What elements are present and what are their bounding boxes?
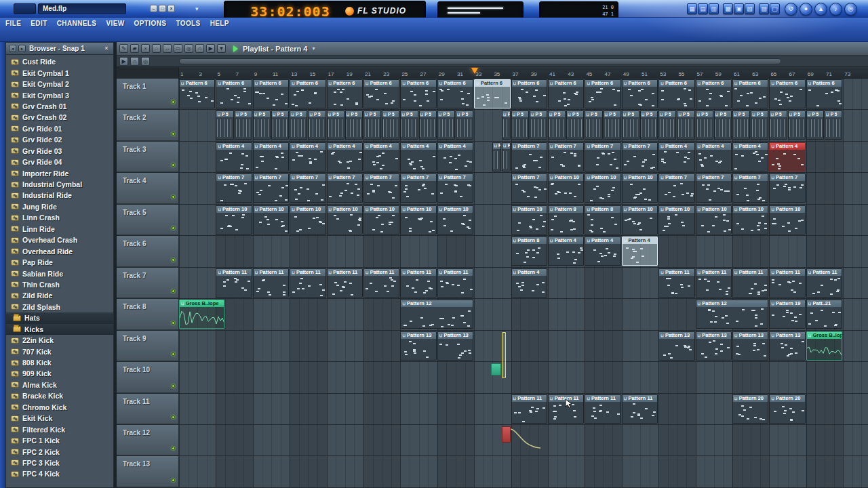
track-mute-led[interactable] xyxy=(172,226,175,230)
pattern-clip[interactable]: ⊔Pattern 7 xyxy=(511,142,547,171)
pattern-clip[interactable]: ⊔Pattern 11 xyxy=(253,268,289,298)
browser-sample-item[interactable]: ∿Overhead Crash xyxy=(6,235,113,245)
pattern-clip[interactable]: ⊔Pattern 13 xyxy=(658,331,694,361)
track-mute-led[interactable] xyxy=(172,132,175,136)
p5-clip[interactable]: ⊔P 5 xyxy=(235,110,252,140)
pattern-clip[interactable]: ⊔Pattern 10 xyxy=(216,205,252,235)
close-icon[interactable]: × xyxy=(167,5,175,12)
pattern-clip[interactable]: ⊔Pattern 10 xyxy=(253,205,289,235)
pattern-clip[interactable]: ⊔Pattern 6 xyxy=(585,79,620,108)
track-lane[interactable]: ⊔Pattern 6⊔Pattern 6⊔Pattern 6⊔Pattern 6… xyxy=(179,79,868,109)
p5-clip[interactable]: ⊔P 5 xyxy=(751,110,768,140)
typing-keyboard-icon[interactable]: ♪ xyxy=(829,3,842,16)
pattern-clip[interactable]: ⊔Pattern 13 xyxy=(769,331,805,361)
metronome-icon[interactable]: ▲ xyxy=(814,3,827,16)
project-icon[interactable]: ▧ xyxy=(745,3,755,14)
browser-sample-item[interactable]: ∿Ekit Cymbal 1 xyxy=(6,67,113,78)
search-icon[interactable]: ◎ xyxy=(844,3,857,16)
browser-sample-item[interactable]: ∿FPC 1 Kick xyxy=(6,435,113,446)
pattern-clip[interactable]: ⊔Pattern 11 xyxy=(585,394,620,424)
pattern-clip[interactable]: ⊔Pattern 6 xyxy=(253,79,289,108)
playhead-marker[interactable] xyxy=(471,68,478,74)
pattern-clip[interactable]: ⊔Pattern 20 xyxy=(769,394,805,424)
pattern-clip[interactable]: ⊔Pattern 12 xyxy=(696,300,769,329)
selection-sliver[interactable] xyxy=(502,332,506,378)
pattern-clip[interactable]: ⊔Pattern 10 xyxy=(585,174,620,203)
pattern-clip[interactable]: ⊔Pattern 10 xyxy=(696,205,732,235)
pattern-clip[interactable]: ⊔Pattern 6 xyxy=(769,79,805,108)
pattern-clip[interactable]: ⊔Pattern 6 xyxy=(474,79,510,108)
browser-sample-item[interactable]: ∿Linn Ride xyxy=(6,224,113,235)
pattern-clip[interactable]: ⊔Pattern 11 xyxy=(732,268,768,298)
undo-icon[interactable]: ↺ xyxy=(785,3,797,16)
p5-clip[interactable]: ⊔P 5 xyxy=(566,110,584,140)
pattern-clip[interactable]: ⊔Pattern 6 xyxy=(327,79,363,108)
browser-sample-item[interactable]: ∿Grv Ride 01 xyxy=(6,123,113,134)
track-mute-led[interactable] xyxy=(172,321,175,325)
p5-clip[interactable]: ⊔P 5 xyxy=(511,110,529,140)
pattern-clip[interactable]: ⊔Pattern 6 xyxy=(179,79,215,108)
track-lane[interactable]: ⊔Pattern 7⊔Pattern 7⊔Pattern 7⊔Pattern 7… xyxy=(179,173,868,203)
track-lane[interactable]: ⊔Pattern 13⊔Pattern 13⊔Pattern 13⊔Patter… xyxy=(179,331,868,361)
pattern-clip[interactable]: ⊔Pattern 10 xyxy=(622,205,658,235)
browser-sample-item[interactable]: ∿FPC 3 Kick xyxy=(6,458,113,468)
pattern-clip[interactable]: ⊔Pattern 6 xyxy=(732,79,768,108)
p5-clip[interactable]: ⊔P 5 xyxy=(640,110,658,140)
browser-sample-item[interactable]: ∿Zild Splash xyxy=(6,302,113,312)
playlist-snap-button[interactable]: ∩ xyxy=(130,57,139,66)
pattern-clip[interactable]: ⊔Pattern 10 xyxy=(327,205,363,235)
p5-clip[interactable]: ⊔P 5 xyxy=(604,110,621,140)
pattern-clip[interactable]: ⊔Pattern 6 xyxy=(548,79,584,108)
pattern-clip[interactable]: ⊔Pattern 7 xyxy=(400,174,436,203)
track-lane[interactable]: ⊔Pattern 11⊔Pattern 11⊔Pattern 11⊔Patter… xyxy=(179,268,868,298)
track-mute-led[interactable] xyxy=(172,415,175,419)
browser-folder-item[interactable]: Hats xyxy=(6,312,113,323)
pattern-clip[interactable]: ⊔Pattern 4 xyxy=(696,142,732,171)
menu-view[interactable]: VIEW xyxy=(106,20,124,27)
pattern-clip[interactable]: ⊔Pattern 7 xyxy=(363,174,399,203)
browser-sample-item[interactable]: ∿Linn Crash xyxy=(6,212,113,223)
pattern-clip[interactable]: ⊔Pattern 7 xyxy=(696,174,732,203)
browser-folder-item[interactable]: Kicks xyxy=(6,324,113,335)
p5-clip[interactable]: ⊔P 5 xyxy=(825,110,842,140)
pattern-clip[interactable]: ⊔Pattern 12 xyxy=(400,300,473,329)
track-header[interactable]: Track 11 xyxy=(117,394,179,424)
browser-sample-item[interactable]: ∿Ekit Kick xyxy=(6,413,113,424)
track-header[interactable]: Track 4 xyxy=(117,173,179,203)
track-mute-led[interactable] xyxy=(172,100,175,104)
track-lane[interactable]: ⊔Pattern 8⊔Pattern 4⊔Pattern 4⊔Pattern 4 xyxy=(179,236,868,266)
browser-sample-item[interactable]: ∿Filtered Kick xyxy=(6,424,113,434)
browser-panel-icon[interactable]: ▣ xyxy=(734,3,744,14)
pattern-clip[interactable]: ⊔Pattern 10 xyxy=(732,205,768,235)
track-header[interactable]: Track 9 xyxy=(117,331,179,361)
pattern-clip[interactable]: ⊔Pattern 10 xyxy=(622,174,658,203)
pattern-clip[interactable]: ⊔Pattern 7 xyxy=(622,142,658,171)
pattern-clip[interactable]: ⊔Pattern 11 xyxy=(806,268,842,298)
playlist-icon[interactable]: ▦ xyxy=(687,3,697,14)
pattern-clip[interactable]: ⊔Pattern 10 xyxy=(290,205,326,235)
pattern-clip[interactable]: ⊔Pattern 11 xyxy=(622,394,658,424)
track-mute-led[interactable] xyxy=(172,447,175,450)
select-icon[interactable]: ▭ xyxy=(174,44,182,53)
pattern-clip[interactable]: ⊔Pattern 7 xyxy=(548,142,584,171)
track-header[interactable]: Track 12 xyxy=(117,425,179,455)
pattern-clip[interactable]: ⊔Pattern 8 xyxy=(511,237,547,266)
pattern-clip[interactable]: ⊔Pattern 4 xyxy=(548,237,584,266)
pattern-clip[interactable]: ⊔Pattern 11 xyxy=(363,268,399,298)
track-mute-led[interactable] xyxy=(172,352,175,356)
pattern-clip[interactable]: ⊔Pattern 4 xyxy=(511,268,547,298)
p5-clip[interactable]: ⊔P 5 xyxy=(345,110,363,140)
track-lane[interactable]: ⊔Pattern 11⊔Pattern 11⊔Pattern 11⊔Patter… xyxy=(179,394,868,424)
plugin-icon[interactable]: ▢ xyxy=(770,3,780,14)
track-lane[interactable] xyxy=(179,456,868,487)
browser-sample-item[interactable]: ∿Bracke Kick xyxy=(6,390,113,401)
track-header[interactable]: Track 1 xyxy=(117,79,179,109)
pattern-clip[interactable]: ⊔Pattern 7 xyxy=(327,174,363,203)
p5-clip[interactable]: ⊔P 5 xyxy=(677,110,694,140)
track-mute-led[interactable] xyxy=(172,384,175,388)
pattern-clip[interactable]: ⊔Pattern 10 xyxy=(769,205,805,235)
track-header[interactable]: Track 3 xyxy=(117,142,179,172)
browser-sample-item[interactable]: ∿Pap Ride xyxy=(6,257,113,268)
p5-clip[interactable]: ⊔P 5 xyxy=(714,110,732,140)
track-header[interactable]: Track 8 xyxy=(117,299,179,329)
